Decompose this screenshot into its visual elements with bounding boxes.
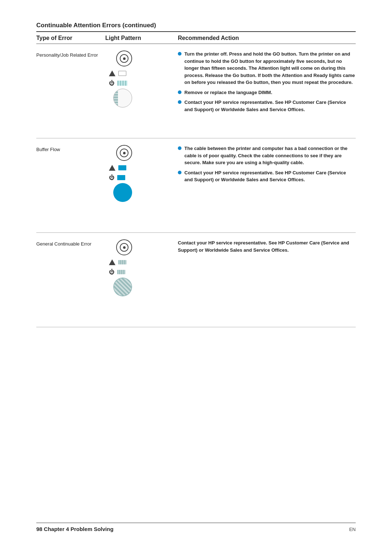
- row3-action: Contact your HP service representative. …: [178, 239, 356, 254]
- bullet-item: Remove or replace the language DIMM.: [178, 89, 356, 96]
- go-button-inner: [120, 54, 128, 63]
- triangle-icon: [109, 259, 115, 265]
- bullet-text: Contact your HP service representative. …: [184, 99, 356, 113]
- indicator-on: [117, 175, 125, 180]
- paper-circle-row2: [113, 183, 132, 202]
- bullet-item: Contact your HP service representative. …: [178, 169, 356, 183]
- bullet-list-row2: The cable between the printer and comput…: [178, 145, 356, 183]
- col-type-header: Type of Error: [36, 35, 105, 41]
- go-button-icon: [116, 145, 132, 161]
- bullet-dot: [178, 52, 181, 56]
- bullet-item: Turn the printer off. Press and hold the…: [178, 50, 356, 86]
- go-button-inner: [120, 243, 128, 252]
- page-footer: 98 Chapter 4 Problem Solving EN: [36, 523, 356, 532]
- bullet-dot: [178, 171, 181, 174]
- row1-type: Personality/Job Related Error: [36, 50, 105, 58]
- bullet-item: Contact your HP service representative. …: [178, 99, 356, 113]
- action-text-row3: Contact your HP service representative. …: [178, 240, 349, 253]
- table-row: Buffer Flow ⏻: [36, 138, 356, 233]
- triangle-icon: [109, 165, 115, 171]
- indicator-off: [118, 71, 126, 76]
- bullet-dot: [178, 146, 181, 150]
- row2-light: ⏻: [105, 145, 178, 202]
- table-row: Personality/Job Related Error ⏻: [36, 44, 356, 138]
- paper-circle-row1: [113, 89, 132, 108]
- bullet-text: Remove or replace the language DIMM.: [184, 89, 272, 96]
- bullet-dot: [178, 100, 181, 104]
- ready-row1: ⏻: [109, 80, 127, 86]
- footer-lang: EN: [349, 527, 356, 532]
- row1-light: ⏻: [105, 50, 178, 108]
- attention-row3: [109, 259, 126, 265]
- bullet-text: Turn the printer off. Press and hold the…: [184, 50, 356, 86]
- section-title: Continuable Attention Errors (continued): [36, 22, 356, 32]
- row2-type: Buffer Flow: [36, 145, 105, 153]
- page: Continuable Attention Errors (continued)…: [0, 0, 392, 543]
- col-action-header: Recommended Action: [178, 35, 356, 41]
- bullet-list-row1: Turn the printer off. Press and hold the…: [178, 50, 356, 113]
- blink-left-strip: [114, 89, 118, 107]
- bullet-text: Contact your HP service representative. …: [184, 169, 356, 183]
- col-light-header: Light Pattern: [105, 35, 178, 41]
- ready-row2: ⏻: [109, 174, 125, 181]
- bullet-text: The cable between the printer and comput…: [184, 145, 356, 166]
- go-button-dot: [123, 57, 126, 60]
- go-button-icon: [116, 239, 132, 255]
- go-button-icon: [116, 50, 132, 66]
- bullet-dot: [178, 90, 181, 94]
- table-row: General Continuable Error ⏻: [36, 233, 356, 327]
- attention-row1: [109, 70, 126, 76]
- indicator-on: [118, 165, 126, 170]
- go-button-dot: [123, 246, 126, 249]
- power-icon: ⏻: [109, 174, 114, 181]
- ready-row3: ⏻: [109, 269, 125, 275]
- go-button-inner: [120, 149, 128, 157]
- paper-circle-row3: [113, 277, 132, 296]
- power-icon: ⏻: [109, 80, 114, 86]
- indicator-blink: [117, 81, 127, 86]
- triangle-icon: [109, 70, 115, 76]
- table-body: Personality/Job Related Error ⏻: [36, 44, 356, 327]
- row3-light: ⏻: [105, 239, 178, 296]
- row3-type: General Continuable Error: [36, 239, 105, 247]
- indicator-blink-small: [118, 260, 126, 264]
- row1-action: Turn the printer off. Press and hold the…: [178, 50, 356, 116]
- row2-action: The cable between the printer and comput…: [178, 145, 356, 186]
- go-button-dot: [123, 152, 126, 154]
- indicator-blink-small: [117, 270, 125, 274]
- attention-row2: [109, 165, 126, 171]
- footer-chapter: 98 Chapter 4 Problem Solving: [36, 526, 114, 532]
- table-header: Type of Error Light Pattern Recommended …: [36, 32, 356, 44]
- bullet-item: The cable between the printer and comput…: [178, 145, 356, 166]
- power-icon: ⏻: [109, 269, 114, 275]
